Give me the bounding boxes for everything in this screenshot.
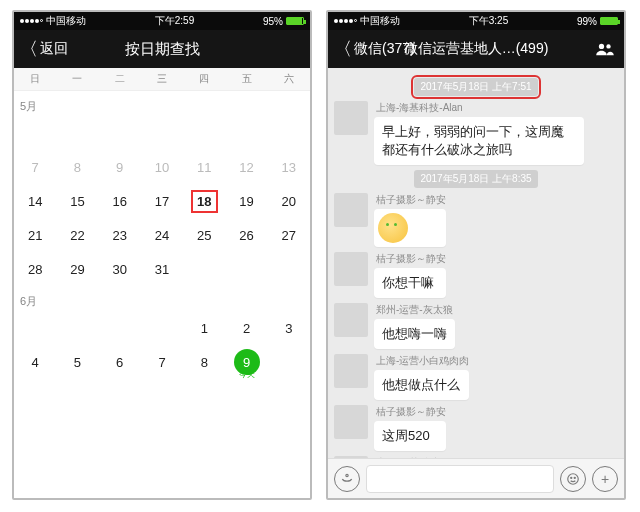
phone-calendar: 中国移动 下午2:59 95% 〈 返回 按日期查找 日一二三四五六 5月789… — [12, 10, 312, 500]
more-icon[interactable]: + — [592, 466, 618, 492]
calendar-day[interactable]: 19 — [225, 184, 267, 218]
sender-name: 上海-海基科技-Alan — [376, 101, 584, 115]
nav-bar: 〈 微信(377) 微信运营基地人…(499) — [328, 30, 624, 68]
battery-icon — [286, 17, 304, 25]
calendar-day — [183, 252, 225, 286]
battery-pct: 95% — [263, 16, 283, 27]
svg-point-1 — [606, 44, 610, 48]
battery-icon — [600, 17, 618, 25]
calendar-day[interactable]: 17 — [141, 184, 183, 218]
avatar[interactable] — [334, 354, 368, 388]
calendar-day[interactable]: 22 — [56, 218, 98, 252]
sender-name: 桔子摄影～静安 — [376, 193, 446, 207]
calendar-day — [56, 116, 98, 150]
voice-input-icon[interactable] — [334, 466, 360, 492]
svg-point-0 — [599, 44, 604, 49]
svg-point-2 — [346, 474, 348, 476]
clock: 下午3:25 — [469, 14, 508, 28]
weekday-label: 五 — [225, 68, 267, 90]
message-bubble[interactable]: 早上好，弱弱的问一下，这周魔都还有什么破冰之旅吗 — [374, 117, 584, 165]
calendar-day[interactable]: 1 — [183, 311, 225, 345]
avatar[interactable] — [334, 405, 368, 439]
message-bubble[interactable] — [374, 209, 446, 247]
weekday-label: 六 — [268, 68, 310, 90]
message-bubble[interactable]: 他想嗨一嗨 — [374, 319, 455, 349]
weekday-label: 一 — [56, 68, 98, 90]
calendar-day[interactable]: 3 — [268, 311, 310, 345]
signal-dots-icon — [20, 19, 43, 23]
calendar-day — [99, 311, 141, 345]
message-row: 上海-运营小白鸡肉肉他想做点什么 — [334, 354, 618, 400]
calendar-day[interactable]: 9今天 — [225, 345, 267, 379]
avatar[interactable] — [334, 252, 368, 286]
calendar-day[interactable]: 8 — [56, 150, 98, 184]
nav-bar: 〈 返回 按日期查找 — [14, 30, 310, 68]
calendar-day — [56, 311, 98, 345]
calendar-day[interactable]: 2 — [225, 311, 267, 345]
status-bar: 中国移动 下午2:59 95% — [14, 12, 310, 30]
message-input[interactable] — [366, 465, 554, 493]
calendar-day[interactable]: 28 — [14, 252, 56, 286]
weekday-label: 日 — [14, 68, 56, 90]
calendar-day[interactable]: 7 — [141, 345, 183, 379]
avatar[interactable] — [334, 101, 368, 135]
calendar-day — [225, 116, 267, 150]
group-members-icon[interactable] — [594, 42, 616, 56]
sender-name: 桔子摄影～静安 — [376, 405, 446, 419]
timestamp-pill: 2017年5月18日 上午8:35 — [414, 170, 537, 188]
chevron-left-icon: 〈 — [334, 37, 352, 61]
message-row: 郑州-运营-灰太狼他想嗨一嗨 — [334, 303, 618, 349]
calendar-day[interactable]: 25 — [183, 218, 225, 252]
calendar-day[interactable]: 15 — [56, 184, 98, 218]
back-label: 返回 — [40, 40, 68, 58]
calendar-day[interactable]: 6 — [99, 345, 141, 379]
back-button[interactable]: 〈 微信(377) — [334, 37, 415, 61]
calendar-day[interactable]: 20 — [268, 184, 310, 218]
timestamp-pill: 2017年5月18日 上午7:51 — [414, 78, 537, 96]
carrier-label: 中国移动 — [46, 14, 86, 28]
chevron-left-icon: 〈 — [20, 37, 38, 61]
calendar-day — [268, 252, 310, 286]
calendar-day[interactable]: 30 — [99, 252, 141, 286]
calendar-day[interactable]: 21 — [14, 218, 56, 252]
calendar-day[interactable]: 24 — [141, 218, 183, 252]
sender-name: 桔子摄影～静安 — [376, 252, 446, 266]
message-row: 桔子摄影～静安 — [334, 193, 618, 247]
back-button[interactable]: 〈 返回 — [20, 37, 68, 61]
calendar-day[interactable]: 18 — [183, 184, 225, 218]
calendar-day — [99, 116, 141, 150]
calendar-day[interactable]: 8 — [183, 345, 225, 379]
calendar-day[interactable]: 9 — [99, 150, 141, 184]
calendar-day[interactable]: 4 — [14, 345, 56, 379]
avatar[interactable] — [334, 193, 368, 227]
message-row: 桔子摄影～静安你想干嘛 — [334, 252, 618, 298]
calendar-day — [14, 311, 56, 345]
message-bubble[interactable]: 你想干嘛 — [374, 268, 446, 298]
calendar-day[interactable]: 12 — [225, 150, 267, 184]
avatar[interactable] — [334, 303, 368, 337]
calendar-day[interactable]: 7 — [14, 150, 56, 184]
calendar-day[interactable]: 27 — [268, 218, 310, 252]
battery-pct: 99% — [577, 16, 597, 27]
calendar-day[interactable]: 31 — [141, 252, 183, 286]
sender-name: 上海-运营小白鸡肉肉 — [376, 354, 469, 368]
calendar-day[interactable]: 13 — [268, 150, 310, 184]
calendar-day[interactable]: 26 — [225, 218, 267, 252]
signal-dots-icon — [334, 19, 357, 23]
chat-title: 微信运营基地人…(499) — [404, 40, 549, 58]
calendar-day[interactable]: 11 — [183, 150, 225, 184]
calendar-day[interactable]: 29 — [56, 252, 98, 286]
calendar-day[interactable]: 16 — [99, 184, 141, 218]
back-label: 微信(377) — [354, 40, 415, 58]
calendar-day[interactable]: 5 — [56, 345, 98, 379]
sender-name: 郑州-运营-灰太狼 — [376, 303, 455, 317]
message-bubble[interactable]: 这周520 — [374, 421, 446, 451]
emoji-icon[interactable] — [560, 466, 586, 492]
status-bar: 中国移动 下午3:25 99% — [328, 12, 624, 30]
chat-scroll[interactable]: 2017年5月18日 上午7:51上海-海基科技-Alan早上好，弱弱的问一下，… — [328, 68, 624, 458]
message-bubble[interactable]: 他想做点什么 — [374, 370, 469, 400]
calendar-day[interactable]: 23 — [99, 218, 141, 252]
calendar-day[interactable]: 14 — [14, 184, 56, 218]
month-label: 5月 — [14, 91, 310, 116]
calendar-day[interactable]: 10 — [141, 150, 183, 184]
